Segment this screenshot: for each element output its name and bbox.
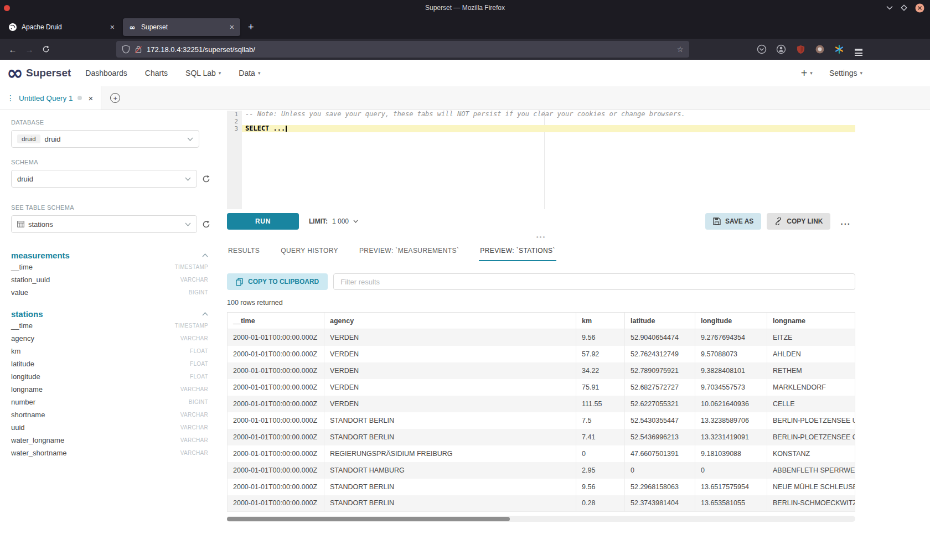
results-tab[interactable]: PREVIEW: `STATIONS` [479,240,556,261]
table-row: 2000-01-01T00:00:00.000ZVERDEN9.5652.904… [228,329,855,346]
nav-item-charts[interactable]: Charts [145,69,168,77]
query-tab-active[interactable]: ⋮ Untitled Query 1 × [0,86,101,110]
table-cell: 75.91 [576,379,625,396]
save-as-button[interactable]: SAVE AS [705,213,761,230]
account-icon[interactable] [774,42,788,56]
results-tab[interactable]: RESULTS [227,240,261,261]
window-maximize-button[interactable] [901,4,907,11]
table-cell: 2000-01-01T00:00:00.000Z [228,329,324,346]
table-cell: 9.3828408101 [695,362,767,379]
table-cell: 13.653581055 [695,495,767,512]
column-header[interactable]: km [576,313,625,329]
browser-tab-druid[interactable]: Apache Druid × [3,18,121,36]
nav-item-sql-lab[interactable]: SQL Lab▾ [185,69,221,77]
menu-icon[interactable] [851,42,866,56]
table-value: stations [28,220,53,229]
table-cell: EITZE [767,329,855,346]
table-cell: 2000-01-01T00:00:00.000Z [228,495,324,512]
table-cell: 52.7890975921 [625,362,695,379]
nav-item-data[interactable]: Data▾ [239,69,260,77]
tracking-protection-shield-icon[interactable] [122,45,130,54]
url-bar[interactable]: 172.18.0.4:32251/superset/sqllab/ ☆ [116,41,689,58]
close-icon [915,3,924,13]
results-tab[interactable]: QUERY HISTORY [280,240,339,261]
limit-dropdown[interactable]: LIMIT: 1 000 [309,217,358,225]
schema-column-row: agencyVARCHAR [11,333,208,344]
column-type: VARCHAR [180,412,208,418]
table-cell: 111.55 [576,396,625,412]
table-row: 2000-01-01T00:00:00.000ZVERDEN75.9152.68… [228,379,855,396]
table-cell: STANDORT BERLIN [324,429,576,445]
column-type: TIMESTAMP [175,264,208,270]
table-cell: STANDORT BERLIN [324,412,576,429]
column-type: FLOAT [190,374,208,380]
browser-tab-label: Superset [141,23,229,31]
column-name: longname [11,385,43,393]
new-tab-button[interactable]: + [242,22,260,33]
extension-icon[interactable] [813,42,827,56]
limit-value: 1 000 [332,217,349,225]
ublock-extension-icon[interactable] [793,42,808,56]
refresh-tables-button[interactable] [202,220,210,229]
forward-button[interactable]: → [21,42,38,57]
refresh-schema-button[interactable] [202,175,210,183]
tab-close-icon[interactable]: × [229,23,235,32]
column-header[interactable]: latitude [625,313,695,329]
column-type: BIGINT [189,289,208,295]
add-query-tab-button[interactable]: + [101,86,129,110]
schema-table-name: measurements [11,251,70,260]
url-text: 172.18.0.4:32251/superset/sqllab/ [147,45,672,54]
query-tab-close-icon[interactable]: × [89,94,94,103]
nav-item-dashboards[interactable]: Dashboards [85,69,127,77]
tab-close-icon[interactable]: × [109,23,116,32]
more-options-button[interactable]: ... [836,217,855,226]
refresh-icon [202,220,210,229]
new-item-button[interactable]: +▾ [801,67,813,80]
sql-editor[interactable]: 1-- Note: Unless you save your query, th… [227,111,855,209]
schema-column-row: water_longnameVARCHAR [11,434,208,446]
back-button[interactable]: ← [4,42,21,57]
results-tab[interactable]: PREVIEW: `MEASUREMENTS` [358,240,460,261]
copy-to-clipboard-label: COPY TO CLIPBOARD [248,278,319,286]
table-cell: 2000-01-01T00:00:00.000Z [228,445,324,462]
column-header[interactable]: longitude [695,313,767,329]
settings-menu[interactable]: Settings▾ [829,69,862,77]
reload-button[interactable] [38,42,54,57]
copy-link-button[interactable]: COPY LINK [767,213,830,230]
column-header[interactable]: longname [767,313,855,329]
insecure-lock-icon[interactable] [135,45,142,54]
scrollbar-thumb[interactable] [227,517,510,521]
horizontal-scrollbar[interactable] [227,516,855,522]
filter-results-input[interactable] [333,273,855,290]
drag-handle-icon[interactable]: ⋮ [7,94,14,102]
chevron-down-icon [185,222,191,226]
copy-link-label: COPY LINK [787,217,823,225]
table-cell: VERDEN [324,396,576,412]
schema-table-header[interactable]: measurements [11,251,208,260]
extension-icon-2[interactable] [832,42,846,56]
nav-label: SQL Lab [185,69,216,77]
database-select[interactable]: druid druid [11,130,199,148]
table-cell: VERDEN [324,346,576,362]
table-row: 2000-01-01T00:00:00.000ZSTANDORT BERLIN7… [228,412,855,429]
bookmark-star-icon[interactable]: ☆ [676,45,684,54]
window-close-button[interactable] [915,3,924,13]
column-name: km [11,347,20,355]
column-header[interactable]: agency [324,313,576,329]
pocket-icon[interactable] [755,42,769,56]
superset-logo: ∞ [7,65,23,81]
schema-column-row: kmFLOAT [11,345,208,357]
run-button[interactable]: RUN [227,213,299,230]
table-select[interactable]: stations [11,215,197,233]
nav-label: Charts [145,69,168,77]
table-cell: 7.41 [576,429,625,445]
schema-table-header[interactable]: stations [11,309,208,319]
schema-select[interactable]: druid [11,170,197,188]
column-header[interactable]: __time [228,313,324,329]
copy-to-clipboard-button[interactable]: COPY TO CLIPBOARD [227,273,328,290]
table-cell: 52.6827572727 [625,379,695,396]
window-minimize-button[interactable] [886,6,893,10]
table-cell: 0 [576,445,625,462]
resize-handle[interactable]: ••• [227,234,855,240]
browser-tab-superset[interactable]: ∞ Superset × [123,18,240,36]
